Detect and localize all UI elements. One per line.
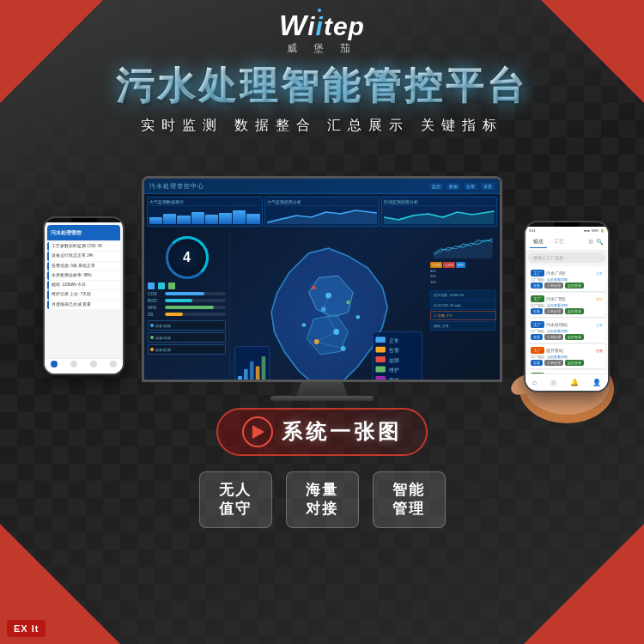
dashboard-center-map: 正常 告警 故障 维护 离线	[230, 229, 427, 380]
top-panels: 大气监测数据展示	[144, 194, 500, 229]
status-bars: COD BOD NH3	[148, 283, 226, 317]
svg-text:正常: 正常	[389, 338, 399, 343]
search-box[interactable]: 搜索人工厂信息...	[528, 252, 605, 263]
panel-1-chart	[149, 207, 260, 224]
settings-icon[interactable]: ⚙	[588, 239, 593, 246]
nav-alert[interactable]: 🔔	[570, 379, 579, 386]
svg-text:维护: 维护	[389, 367, 399, 373]
btn-work-order[interactable]: 工单处理	[544, 334, 563, 340]
svg-marker-33	[434, 239, 493, 258]
svg-rect-17	[375, 337, 385, 343]
address-link[interactable]: 点击查看详情	[547, 303, 568, 307]
dashboard-right: 1,500 1,200 800 400 200 100	[427, 229, 500, 380]
item-actions: 在看 工单处理 监控查看	[531, 308, 603, 314]
phone-left-header: 污水处理管控	[47, 225, 120, 240]
pr-list-item: 工厂 提升泵站 告警 工厂地址: 点击查看详情 在看 工单处理	[528, 344, 605, 368]
svg-rect-23	[375, 367, 385, 373]
dashboard-title: 污水处理管控中心	[149, 182, 204, 191]
phone-left-screen: 污水处理管控 工艺参数实时监测 COD: 45 设备运行状态正常 24h 告警信…	[45, 222, 123, 374]
list-item: 工艺参数实时监测 COD: 45	[47, 242, 120, 251]
system-btn-area: 系统一张图	[0, 408, 644, 456]
phone-left-nav	[45, 358, 123, 374]
bar-ss: SS	[148, 312, 226, 317]
camera-list: 设备1在线 设备2在线 设备3告警	[148, 320, 226, 355]
panel-1: 大气监测数据展示	[147, 197, 263, 227]
phone-right: 9:41 ●●● WiFi 🔋 输送 工艺 ⚙ 🔍	[524, 221, 610, 392]
panel-3: 区域监测趋势分析	[381, 197, 497, 227]
svg-marker-0	[267, 210, 378, 224]
gauge: 4	[166, 236, 209, 279]
nav-user[interactable]	[107, 361, 119, 373]
pr-items-list: 工厂 污水厂A区 正常 工厂地址: 点击查看详情 在看 工单处理	[526, 264, 608, 391]
status-bar: 9:41 ●●● WiFi 🔋	[526, 227, 608, 234]
nav-item[interactable]: 设置	[481, 183, 495, 190]
btn-watch[interactable]: 在看	[531, 334, 543, 340]
svg-rect-21	[375, 356, 385, 362]
monitor-screen: 污水处理管控中心 监控 数据 告警 设置 大气监测数据展示	[144, 179, 500, 380]
address-link[interactable]: 点击查看详情	[547, 329, 568, 333]
list-item: 告警信息: 0条 系统正常	[47, 262, 120, 270]
svg-text:告警: 告警	[389, 348, 399, 353]
nav-item[interactable]: 数据	[447, 183, 460, 190]
play-triangle	[252, 425, 264, 439]
svg-rect-28	[238, 376, 242, 380]
btn-monitor[interactable]: 监控查看	[565, 308, 584, 314]
bottom-features: 无人值守 海量对接 智能管理	[0, 463, 644, 537]
search-area: 搜索人工厂信息...	[526, 251, 608, 264]
btn-work-order[interactable]: 工单处理	[544, 360, 563, 366]
svg-point-8	[302, 323, 307, 327]
system-diagram-button[interactable]: 系统一张图	[216, 408, 428, 456]
camera-item: 设备3告警	[148, 344, 226, 355]
panel-3-chart	[384, 207, 495, 224]
header-icons: ⚙ 🔍	[588, 239, 604, 246]
main-container: Wiitep 威 堡 茄 污水处理智能管控平台 实时监测 数据整合 汇总展示 关…	[0, 0, 644, 644]
bar-bod: BOD	[148, 298, 226, 303]
corner-decoration-br	[524, 524, 644, 644]
btn-watch[interactable]: 在看	[531, 308, 543, 314]
dashboard-header: 污水处理管控中心 监控 数据 告警 设置	[144, 179, 500, 194]
tab-transport[interactable]: 输送	[530, 236, 547, 248]
sub-features: 实时监测 数据整合 汇总展示 关键指标	[0, 117, 644, 135]
btn-watch[interactable]: 在看	[531, 360, 543, 366]
list-item: 维护记录 上次: 7天前	[47, 290, 120, 299]
search-icon[interactable]: 🔍	[596, 239, 604, 246]
address-link[interactable]: 点击查看详情	[547, 355, 568, 359]
nav-home[interactable]	[48, 361, 60, 373]
exit-button[interactable]: EX It	[7, 620, 46, 637]
nav-map[interactable]: ◎	[550, 379, 556, 386]
play-icon	[242, 416, 273, 447]
pr-list-item: 工厂 污水厂A区 正常 工厂地址: 点击查看详情 在看 工单处理	[528, 267, 605, 291]
feature-unmanned: 无人值守	[199, 471, 272, 528]
tab-process[interactable]: 工艺	[550, 236, 568, 247]
logo: Wiitep 威 堡 茄	[0, 10, 644, 56]
btn-monitor[interactable]: 监控查看	[565, 334, 584, 340]
btn-watch[interactable]: 在看	[531, 283, 543, 289]
nav-list[interactable]	[68, 361, 80, 373]
gauge-ring	[166, 236, 209, 279]
feature-smart-text: 智能管理	[389, 481, 429, 519]
status-alert: 告警	[596, 349, 603, 353]
feature-unmanned-text: 无人值守	[216, 481, 256, 519]
nav-item[interactable]: 监控	[429, 183, 443, 190]
btn-work-order[interactable]: 工单处理	[544, 283, 563, 289]
nav-settings[interactable]	[88, 361, 100, 373]
list-item: 水质检测达标率: 98%	[47, 271, 120, 280]
pr-list-item: 工厂 污水厂B区 警告 工厂地址: 点击查看详情 在看 工单处理	[528, 293, 605, 317]
status-normal: 正常	[596, 271, 603, 276]
nav-item[interactable]: 告警	[464, 183, 477, 190]
nav-profile[interactable]: 👤	[592, 379, 601, 386]
address-link[interactable]: 点击查看详情	[547, 277, 568, 282]
phone-right-frame: 9:41 ●●● WiFi 🔋 输送 工艺 ⚙ 🔍	[524, 221, 610, 392]
btn-work-order[interactable]: 工单处理	[544, 308, 563, 314]
nav-home[interactable]: ⌂	[532, 379, 537, 386]
dashboard-body: 4 COD	[144, 229, 500, 380]
panel-2-chart	[267, 207, 378, 224]
btn-monitor[interactable]: 监控查看	[565, 360, 584, 366]
status-warn: 警告	[596, 297, 603, 301]
status-table: 1,500 1,200 800 400 200 100	[430, 262, 496, 285]
camera-item: 设备2在线	[148, 332, 226, 343]
svg-point-10	[312, 286, 316, 290]
monitor: 污水处理管控中心 监控 数据 告警 设置 大气监测数据展示	[142, 176, 502, 401]
btn-monitor[interactable]: 监控查看	[565, 283, 584, 289]
system-btn-label: 系统一张图	[282, 418, 402, 446]
